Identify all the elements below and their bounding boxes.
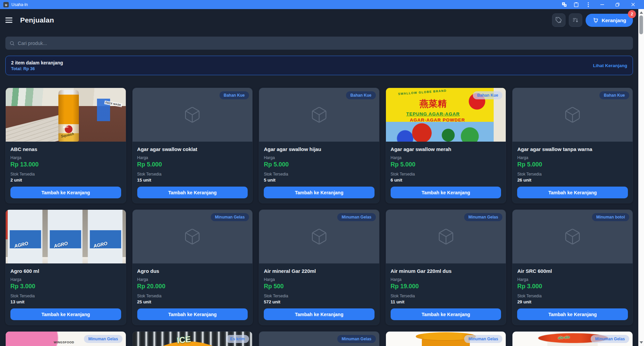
photo-text: FACE MASK (104, 100, 122, 107)
product-photo: ABCSquashFACE MASK (6, 88, 126, 142)
product-card[interactable]: Bahan Kue Agar agar swallow tanpa warna … (512, 88, 633, 203)
photo-text: AGAR-AGAR POWDER (410, 117, 465, 122)
product-card[interactable]: Minuman Gelas Tambah ke Keranjang (259, 331, 380, 346)
search-input[interactable] (18, 41, 629, 46)
close-button[interactable] (625, 0, 641, 9)
product-card-body: Agro dus Harga Rp 20.000 Stok Tersedia 2… (133, 263, 253, 325)
product-price: Rp 19.000 (391, 283, 501, 290)
stock-label: Stok Tersedia (10, 172, 121, 177)
product-image: Minuman Gelas (386, 210, 506, 263)
category-badge: Bahan Kue (346, 91, 376, 99)
minimize-button[interactable] (594, 0, 610, 9)
sort-button[interactable] (569, 13, 582, 27)
product-name: Agro dus (137, 268, 248, 274)
add-to-cart-button[interactable]: Tambah ke Keranjang (391, 187, 501, 198)
add-to-cart-button[interactable]: Tambah ke Keranjang (137, 308, 248, 320)
restore-button[interactable] (610, 0, 625, 9)
product-card[interactable]: Minuman Gelas Air mineral Gar 220ml Harg… (259, 209, 380, 325)
tag-filter-button[interactable] (552, 13, 565, 27)
category-badge: Minuman Gelas (211, 213, 249, 221)
clipboard-icon[interactable] (570, 0, 582, 9)
product-card[interactable]: Minuman Gelas Agro dus Harga Rp 20.000 S… (132, 209, 253, 325)
product-card[interactable]: Minuman botol Air SRC 600ml Harga Rp 3.0… (512, 209, 633, 325)
app-title: Usaha-In (11, 2, 28, 7)
photo-text: ICE (176, 334, 191, 345)
product-stock: 13 unit (10, 299, 121, 304)
category-badge: Minuman Gelas (337, 213, 376, 221)
category-badge: Minuman Gelas (84, 335, 122, 343)
add-to-cart-button[interactable]: Tambah ke Keranjang (264, 308, 375, 320)
add-to-cart-button[interactable]: Tambah ke Keranjang (10, 187, 121, 198)
product-name: Air minum Gar 220ml dus (391, 268, 501, 274)
product-card[interactable]: Bahan Kue Agar agar swallow hijau Harga … (259, 88, 380, 203)
product-image: SWALLOW GLOBE BRAND燕菜精TEPUNG AGAR-AGARAG… (386, 88, 506, 142)
product-card[interactable]: Minuman Gelas Air minum Gar 220ml dus Ha… (386, 209, 506, 325)
stock-label: Stok Tersedia (137, 172, 248, 177)
scrollbar-thumb[interactable] (639, 15, 643, 34)
product-image: WINGSFOODMinuman Minuman Gelas (6, 332, 126, 346)
tag-check-icon (555, 17, 562, 23)
add-to-cart-button[interactable]: Tambah ke Keranjang (391, 308, 501, 320)
cart-button[interactable]: Keranjang (586, 14, 633, 27)
scroll-down-arrow-icon[interactable] (640, 341, 643, 344)
add-to-cart-button[interactable]: Tambah ke Keranjang (264, 187, 375, 198)
stock-label: Stok Tersedia (264, 294, 375, 298)
translate-icon[interactable] (558, 0, 570, 9)
product-stock: 25 unit (137, 299, 248, 304)
product-image: ABCSquashFACE MASK (6, 88, 126, 142)
category-badge: Bahan Kue (219, 91, 249, 99)
stock-label: Stok Tersedia (517, 294, 628, 298)
price-label: Harga (264, 155, 375, 160)
product-card[interactable]: ICEHALAL Es krim Tambah ke Keranjang (132, 331, 253, 346)
product-price: Rp 3.000 (517, 283, 628, 290)
price-label: Harga (10, 277, 121, 282)
cart-summary-text: 2 item dalam keranjang (11, 60, 63, 65)
product-card-body: Agar agar swallow merah Harga Rp 5.000 S… (386, 142, 506, 203)
menu-kebab-icon[interactable] (582, 0, 594, 9)
product-card[interactable]: AGROAGROAGRO Agro 600 ml Harga Rp 3.000 … (5, 209, 126, 325)
view-cart-link[interactable]: Lihat Keranjang (593, 63, 627, 68)
add-to-cart-button[interactable]: Tambah ke Keranjang (137, 187, 248, 198)
add-to-cart-button[interactable]: Tambah ke Keranjang (10, 308, 121, 320)
add-to-cart-button[interactable]: Tambah ke Keranjang (517, 187, 628, 198)
package-cube-icon (563, 228, 582, 246)
category-badge: Minuman Gelas (337, 335, 376, 343)
product-price: Rp 5.000 (517, 161, 628, 168)
product-stock: 2 unit (10, 178, 121, 183)
scroll-up-arrow-icon[interactable] (640, 11, 643, 14)
product-photo: AGROAGROAGRO (6, 210, 126, 263)
stock-label: Stok Tersedia (391, 172, 501, 177)
product-stock: 15 unit (137, 178, 248, 183)
product-card[interactable]: Minuman Gelas Tambah ke Keranjang (386, 331, 506, 346)
photo-text: 燕菜精 (419, 98, 447, 110)
product-card[interactable]: Bahan Kue Agar agar swallow coklat Harga… (132, 88, 253, 203)
package-cube-icon (310, 106, 328, 124)
product-card[interactable]: ale-ale Minuman Gelas Tambah ke Keranjan… (512, 331, 633, 346)
hamburger-menu-button[interactable] (5, 16, 14, 24)
product-name: Agar agar swallow hijau (264, 146, 375, 152)
product-image: Minuman Gelas (386, 332, 506, 346)
product-image: AGROAGROAGRO (6, 210, 126, 263)
product-card[interactable]: WINGSFOODMinuman Minuman Gelas Tambah ke… (5, 331, 126, 346)
price-label: Harga (137, 155, 248, 160)
price-label: Harga (517, 277, 628, 282)
cart-button-label: Keranjang (602, 17, 626, 23)
product-card[interactable]: ABCSquashFACE MASK ABC nenas Harga Rp 13… (5, 88, 126, 203)
stock-label: Stok Tersedia (137, 294, 248, 298)
package-cube-icon (437, 228, 455, 246)
photo-text: AGRO (14, 241, 29, 249)
cart-count-badge: 2 (628, 10, 636, 18)
product-name: ABC nenas (10, 146, 121, 152)
product-stock: 26 unit (517, 178, 628, 183)
photo-text: AGRO (93, 241, 108, 249)
product-price: Rp 5.000 (391, 161, 501, 168)
photo-text: TEPUNG AGAR-AGAR (406, 111, 460, 116)
photo-text: ABC (62, 125, 68, 129)
product-card[interactable]: SWALLOW GLOBE BRAND燕菜精TEPUNG AGAR-AGARAG… (386, 88, 506, 203)
product-name: Agar agar swallow tanpa warna (517, 146, 628, 152)
product-name: Agro 600 ml (10, 268, 121, 274)
add-to-cart-button[interactable]: Tambah ke Keranjang (517, 308, 628, 320)
product-name: Air SRC 600ml (517, 268, 628, 274)
vertical-scrollbar[interactable] (638, 9, 644, 346)
cart-total-text: Total: Rp 36 (11, 66, 63, 71)
